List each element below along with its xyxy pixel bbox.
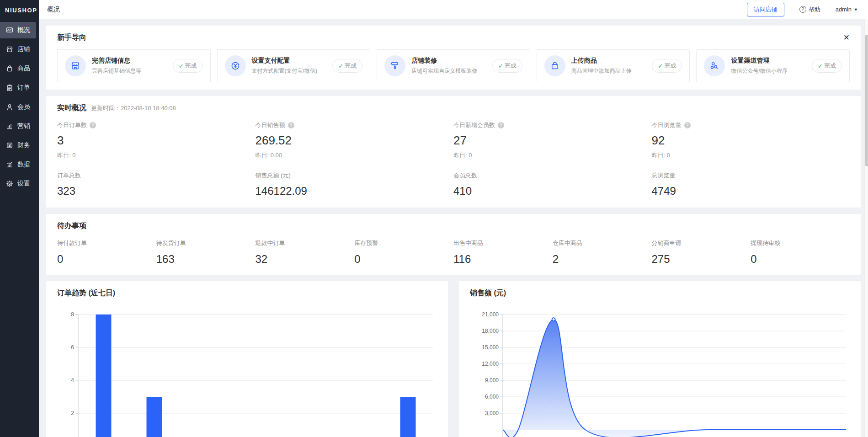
todo-stock-warning[interactable]: 库存预警 0 bbox=[354, 231, 453, 267]
scrollbar-track[interactable] bbox=[864, 19, 868, 437]
check-icon: ✓ bbox=[818, 63, 823, 69]
stat-today-orders: 今日订单数? 3 昨日: 0 bbox=[57, 113, 256, 160]
check-icon: ✓ bbox=[338, 63, 343, 69]
todo-items: 待付款订单 0 待发货订单 163 退款中订单 32 库存预警 0 bbox=[57, 231, 850, 267]
sidebar-menu: 概况 店铺 商品 订单 会员 营销 bbox=[0, 20, 39, 192]
brand-logo: NIUSHOP bbox=[0, 0, 39, 20]
help-icon[interactable]: ? bbox=[90, 122, 96, 128]
todo-label: 库存预警 bbox=[354, 239, 453, 247]
todo-refunding[interactable]: 退款中订单 32 bbox=[256, 231, 355, 267]
sidebar-item-label: 概况 bbox=[17, 26, 30, 34]
visit-store-button[interactable]: 访问店铺 bbox=[747, 3, 784, 16]
sidebar-item-label: 数据 bbox=[17, 160, 30, 169]
help-menu[interactable]: ? 帮助 bbox=[799, 5, 820, 14]
svg-text:3,000: 3,000 bbox=[485, 410, 499, 416]
sales-chart-title: 销售额 (元) bbox=[470, 289, 506, 297]
guide-item-text: 完善店铺信息 完善店铺基础信息等 bbox=[92, 57, 167, 75]
svg-text:15,000: 15,000 bbox=[482, 344, 499, 351]
svg-text:6,000: 6,000 bbox=[485, 394, 499, 400]
guide-item-title: 店铺装修 bbox=[411, 57, 486, 65]
done-label: 完成 bbox=[345, 62, 357, 70]
guide-item-text: 设置支付配置 支付方式配置(支付宝/微信) bbox=[252, 57, 327, 75]
guide-item-subtitle: 完善店铺基础信息等 bbox=[92, 67, 167, 75]
todo-pending-payment[interactable]: 待付款订单 0 bbox=[57, 231, 156, 267]
todo-withdraw-review[interactable]: 提现待审核 0 bbox=[751, 231, 850, 267]
guide-item-channels[interactable]: 设置渠道管理 微信公众号/微信小程序 ✓ 完成 bbox=[696, 49, 850, 82]
done-label: 完成 bbox=[505, 62, 517, 70]
member-icon bbox=[6, 103, 13, 111]
todo-pending-shipment[interactable]: 待发货订单 163 bbox=[156, 231, 256, 267]
close-icon[interactable]: ✕ bbox=[843, 34, 850, 42]
todo-label: 仓库中商品 bbox=[553, 239, 652, 247]
order-icon bbox=[6, 84, 13, 91]
stat-value: 27 bbox=[453, 133, 652, 148]
breadcrumb: 概况 bbox=[47, 5, 60, 14]
todo-label: 待发货订单 bbox=[156, 239, 256, 247]
guide-item-payment[interactable]: 设置支付配置 支付方式配置(支付宝/微信) ✓ 完成 bbox=[217, 49, 371, 82]
guide-item-store-info[interactable]: 完善店铺信息 完善店铺基础信息等 ✓ 完成 bbox=[57, 49, 211, 82]
settings-icon bbox=[6, 180, 13, 187]
help-icon[interactable]: ? bbox=[288, 122, 294, 128]
guide-item-decorate[interactable]: 店铺装修 店铺可实现自定义模板装修 ✓ 完成 bbox=[377, 49, 530, 82]
chevron-down-icon: ▼ bbox=[854, 7, 858, 12]
help-label: 帮助 bbox=[809, 5, 820, 14]
svg-text:12,000: 12,000 bbox=[482, 361, 499, 367]
sidebar-item-marketing[interactable]: 营销 bbox=[0, 118, 36, 134]
todo-in-warehouse[interactable]: 仓库中商品 2 bbox=[553, 231, 652, 267]
finance-icon bbox=[6, 142, 13, 149]
sidebar-item-overview[interactable]: 概况 bbox=[0, 22, 36, 38]
stat-label: 订单总数 bbox=[57, 171, 256, 180]
sidebar-item-finance[interactable]: 财务 bbox=[0, 137, 36, 154]
done-badge: ✓ 完成 bbox=[332, 59, 362, 73]
topbar-actions: 访问店铺 ? 帮助 admin ▼ bbox=[747, 3, 858, 16]
todo-distributor-apply[interactable]: 分销商申请 275 bbox=[652, 231, 751, 267]
sidebar-item-settings[interactable]: 设置 bbox=[0, 176, 36, 192]
topbar: 概况 访问店铺 ? 帮助 admin ▼ bbox=[39, 0, 868, 19]
sidebar-item-order[interactable]: 订单 bbox=[0, 80, 36, 96]
stat-total-views: 总浏览量 4749 bbox=[652, 171, 850, 197]
scrollbar-thumb[interactable] bbox=[865, 35, 868, 166]
user-dropdown[interactable]: admin ▼ bbox=[836, 6, 858, 13]
sales-chart-card: 销售额 (元) 21,00018,00015,00012,0009,0006,0… bbox=[459, 281, 861, 437]
guide-item-subtitle: 支付方式配置(支付宝/微信) bbox=[252, 67, 327, 75]
shopping-bag-icon bbox=[544, 55, 565, 76]
todo-label: 出售中商品 bbox=[453, 239, 553, 247]
guide-item-text: 店铺装修 店铺可实现自定义模板装修 bbox=[411, 57, 486, 75]
svg-text:6: 6 bbox=[71, 344, 74, 351]
stat-label: 今日订单数 bbox=[57, 121, 87, 129]
goods-icon bbox=[6, 65, 13, 72]
svg-text:21,000: 21,000 bbox=[482, 311, 499, 318]
guide-item-upload-goods[interactable]: 上传商品 商品管理中添加商品上传 ✓ 完成 bbox=[537, 49, 690, 82]
done-label: 完成 bbox=[185, 62, 197, 70]
stat-label: 总浏览量 bbox=[652, 171, 850, 180]
stat-today-new-members: 今日新增会员数? 27 昨日: 0 bbox=[453, 113, 652, 160]
check-icon: ✓ bbox=[179, 63, 184, 69]
guide-item-subtitle: 微信公众号/微信小程序 bbox=[731, 67, 806, 75]
help-icon[interactable]: ? bbox=[498, 122, 504, 128]
stat-total-orders: 订单总数 323 bbox=[57, 171, 256, 197]
sidebar-item-label: 设置 bbox=[17, 180, 30, 188]
realtime-title: 实时概况 bbox=[57, 104, 86, 112]
sales-amount-chart: 21,00018,00015,00012,0009,0006,0003,000 bbox=[470, 305, 850, 437]
paint-roller-icon bbox=[384, 55, 405, 76]
todo-value: 0 bbox=[57, 253, 156, 267]
app-window: NIUSHOP 概况 店铺 商品 订单 会员 bbox=[0, 0, 868, 437]
sidebar-item-label: 会员 bbox=[17, 103, 30, 111]
todo-on-sale[interactable]: 出售中商品 116 bbox=[453, 231, 553, 267]
stat-label: 今日新增会员数 bbox=[453, 121, 495, 129]
help-icon[interactable]: ? bbox=[684, 122, 691, 128]
sidebar-item-label: 店铺 bbox=[17, 45, 30, 53]
realtime-card: 实时概况更新时间：2022-08-10 18:40:08 今日订单数? 3 昨日… bbox=[46, 96, 861, 208]
stat-value: 269.52 bbox=[256, 133, 454, 148]
todo-label: 退款中订单 bbox=[256, 239, 355, 247]
content-area: 新手导向 ✕ 完善店铺信息 完善店铺基础信息等 ✓ bbox=[39, 19, 868, 437]
sidebar-item-label: 营销 bbox=[17, 122, 30, 130]
stat-value: 323 bbox=[57, 185, 256, 197]
sidebar-item-member[interactable]: 会员 bbox=[0, 99, 36, 115]
sidebar-item-store[interactable]: 店铺 bbox=[0, 41, 36, 58]
sidebar-item-label: 财务 bbox=[17, 141, 30, 149]
username: admin bbox=[836, 6, 852, 13]
sidebar-item-data[interactable]: 数据 bbox=[0, 156, 36, 173]
todo-label: 待付款订单 bbox=[57, 239, 156, 247]
sidebar-item-goods[interactable]: 商品 bbox=[0, 60, 36, 77]
